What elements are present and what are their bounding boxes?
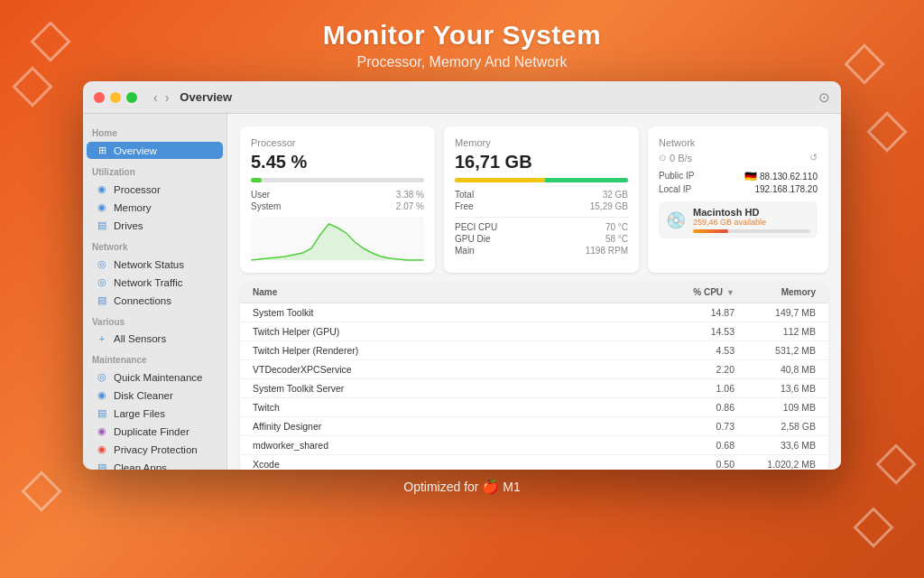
process-mem: 531,2 MB bbox=[735, 345, 816, 356]
process-name: VTDecoderXPCService bbox=[253, 364, 644, 375]
memory-total-value: 32 GB bbox=[603, 190, 628, 200]
apple-icon: 🍎 bbox=[482, 479, 499, 495]
clean-apps-icon: ▤ bbox=[96, 461, 108, 470]
processor-system-label: System bbox=[251, 201, 281, 211]
process-table: Name % CPU ▼ Memory System Toolkit 14.87… bbox=[240, 282, 828, 470]
process-mem: 1.020,2 MB bbox=[735, 459, 816, 470]
memory-free-value: 15,29 GB bbox=[590, 201, 628, 211]
sidebar-item-label: Network Traffic bbox=[114, 277, 182, 288]
memory-fill-yellow bbox=[455, 178, 545, 182]
process-cpu: 0.73 bbox=[644, 421, 735, 432]
diamond-decoration bbox=[844, 43, 884, 84]
network-public-ip-row: Public IP 🇩🇪 88.130.62.110 bbox=[659, 171, 818, 182]
close-button[interactable] bbox=[94, 92, 105, 103]
table-row[interactable]: Xcode 0.50 1.020,2 MB bbox=[240, 455, 828, 470]
disk-bar-fill bbox=[693, 229, 728, 233]
sidebar-item-connections[interactable]: ▤Connections bbox=[87, 292, 223, 309]
table-row[interactable]: Twitch Helper (Renderer) 4.53 531,2 MB bbox=[240, 341, 828, 360]
col-header-cpu[interactable]: % CPU ▼ bbox=[644, 287, 735, 297]
table-row[interactable]: System Toolkit Server 1.06 13,6 MB bbox=[240, 379, 828, 398]
memory-gpu-value: 58 °C bbox=[605, 234, 628, 244]
maximize-button[interactable] bbox=[126, 92, 137, 103]
sidebar-section-label: Network bbox=[83, 235, 226, 255]
disk-name: Macintosh HD bbox=[693, 207, 810, 218]
all-sensors-icon: + bbox=[96, 333, 108, 344]
memory-main-value: 1198 RPM bbox=[586, 246, 628, 256]
drives-icon: ▤ bbox=[96, 219, 108, 231]
diamond-decoration bbox=[12, 66, 52, 107]
memory-row-total: Total 32 GB bbox=[455, 190, 628, 200]
process-cpu: 1.06 bbox=[644, 383, 735, 394]
window-title: Overview bbox=[180, 90, 232, 104]
footer: Optimized for 🍎 M1 bbox=[403, 479, 520, 495]
sidebar-item-processor[interactable]: ◉Processor bbox=[87, 181, 223, 198]
table-row[interactable]: Twitch 0.86 109 MB bbox=[240, 398, 828, 417]
process-cpu: 0.86 bbox=[644, 402, 735, 413]
network-speed-row: ⊙ 0 B/s ↺ bbox=[659, 152, 818, 163]
process-cpu: 0.68 bbox=[644, 440, 735, 451]
process-mem: 112 MB bbox=[735, 326, 816, 337]
processor-card-title: Processor bbox=[251, 137, 424, 148]
memory-row-gpu: GPU Die 58 °C bbox=[455, 234, 628, 244]
diamond-decoration bbox=[853, 507, 893, 547]
disk-row: 💿 Macintosh HD 259,46 GB available bbox=[659, 201, 818, 238]
sidebar-item-overview[interactable]: ⊞Overview bbox=[87, 142, 223, 159]
sidebar-item-disk-cleaner[interactable]: ◉Disk Cleaner bbox=[87, 387, 223, 404]
sidebar-item-network-status[interactable]: ◎Network Status bbox=[87, 256, 223, 273]
process-mem: 13,6 MB bbox=[735, 383, 816, 394]
memory-icon: ◉ bbox=[96, 201, 108, 213]
process-mem: 40,8 MB bbox=[735, 364, 816, 375]
sidebar-section-label: Utilization bbox=[83, 160, 226, 180]
processor-chart bbox=[251, 217, 424, 262]
settings-icon[interactable]: ⊙ bbox=[818, 89, 830, 106]
process-mem: 2,58 GB bbox=[735, 421, 816, 432]
sort-arrow: ▼ bbox=[726, 288, 735, 297]
memory-fill-green bbox=[545, 178, 628, 182]
process-cpu: 14.53 bbox=[644, 326, 735, 337]
sidebar-item-network-traffic[interactable]: ◎Network Traffic bbox=[87, 274, 223, 291]
connections-icon: ▤ bbox=[96, 294, 108, 306]
minimize-button[interactable] bbox=[110, 92, 121, 103]
forward-arrow[interactable]: › bbox=[163, 90, 171, 105]
table-row[interactable]: Affinity Designer 0.73 2,58 GB bbox=[240, 417, 828, 436]
process-name: System Toolkit bbox=[253, 307, 644, 318]
sidebar-item-quick-maintenance[interactable]: ◎Quick Maintenance bbox=[87, 368, 223, 386]
sidebar-item-label: Privacy Protection bbox=[114, 444, 198, 455]
sidebar-item-duplicate-finder[interactable]: ◉Duplicate Finder bbox=[87, 423, 223, 440]
sidebar-section-label: Maintenance bbox=[83, 348, 226, 368]
large-files-icon: ▤ bbox=[96, 407, 108, 419]
process-mem: 109 MB bbox=[735, 402, 816, 413]
sidebar-item-memory[interactable]: ◉Memory bbox=[87, 199, 223, 216]
network-refresh-icon[interactable]: ↺ bbox=[809, 152, 818, 163]
sidebar-item-label: Large Files bbox=[114, 408, 165, 419]
sidebar-item-label: Quick Maintenance bbox=[114, 372, 202, 383]
sidebar-item-large-files[interactable]: ▤Large Files bbox=[87, 405, 223, 422]
disk-icon: 💿 bbox=[666, 210, 686, 230]
sidebar-section-label: Home bbox=[83, 121, 226, 141]
table-row[interactable]: Twitch Helper (GPU) 14.53 112 MB bbox=[240, 322, 828, 341]
back-arrow[interactable]: ‹ bbox=[152, 90, 160, 105]
sidebar-item-label: Clean Apps bbox=[114, 462, 167, 471]
process-cpu: 0.50 bbox=[644, 459, 735, 470]
memory-card-title: Memory bbox=[455, 137, 628, 148]
title-bar: ‹ › Overview ⊙ bbox=[83, 81, 841, 114]
table-row[interactable]: VTDecoderXPCService 2.20 40,8 MB bbox=[240, 360, 828, 379]
table-row[interactable]: mdworker_shared 0.68 33,6 MB bbox=[240, 436, 828, 455]
network-local-ip-label: Local IP bbox=[659, 184, 691, 194]
network-status-icon: ◎ bbox=[96, 258, 108, 270]
sidebar-item-all-sensors[interactable]: +All Sensors bbox=[87, 331, 223, 347]
process-mem: 33,6 MB bbox=[735, 440, 816, 451]
process-mem: 149,7 MB bbox=[735, 307, 816, 318]
processor-row-system: System 2.07 % bbox=[251, 201, 424, 211]
sidebar-item-privacy-protection[interactable]: ◉Privacy Protection bbox=[87, 441, 223, 458]
memory-main-label: Main bbox=[455, 246, 475, 256]
processor-progress-bg bbox=[251, 178, 424, 182]
sidebar-item-clean-apps[interactable]: ▤Clean Apps bbox=[87, 459, 223, 470]
diamond-decoration bbox=[875, 443, 916, 484]
sidebar-item-drives[interactable]: ▤Drives bbox=[87, 217, 223, 234]
flag-icon: 🇩🇪 bbox=[744, 171, 757, 182]
processor-card-value: 5.45 % bbox=[251, 152, 424, 172]
duplicate-finder-icon: ◉ bbox=[96, 425, 108, 437]
network-local-ip-value: 192.168.178.20 bbox=[754, 184, 818, 194]
table-row[interactable]: System Toolkit 14.87 149,7 MB bbox=[240, 303, 828, 322]
